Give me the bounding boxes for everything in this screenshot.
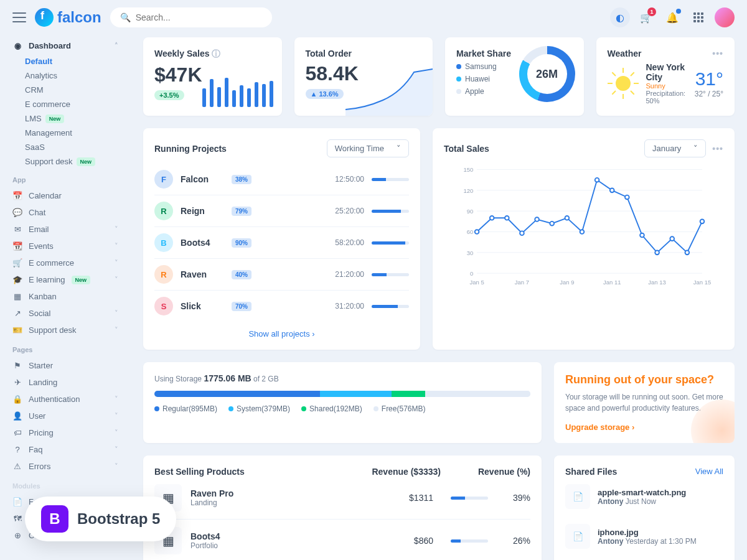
weather-menu-icon[interactable]: ••• [712, 49, 723, 58]
sidebar-item-calendar[interactable]: 📅Calendar [7, 187, 123, 204]
svg-text:60: 60 [467, 228, 474, 235]
upgrade-storage-link[interactable]: Upgrade storage › [565, 422, 723, 432]
chevron-down-icon: ˅ [115, 462, 118, 470]
svg-point-26 [595, 178, 599, 182]
apps-icon[interactable] [688, 7, 708, 27]
kpi-total-order: Total Order 58.4K ▲ 13.6% [294, 37, 433, 116]
sidebar-item-analytics[interactable]: Analytics [7, 68, 123, 83]
sidebar-item-lms[interactable]: LMSNew [7, 111, 123, 126]
sidebar-item-management[interactable]: Management [7, 126, 123, 140]
chevron-down-icon: ˅ [115, 309, 118, 317]
sidebar-item-support-desk[interactable]: Support deskNew [7, 154, 123, 169]
chevron-down-icon: ˅ [115, 259, 118, 267]
brand-logo[interactable]: falcon [35, 8, 101, 27]
sidebar-item-landing[interactable]: ✈Landing [7, 374, 123, 391]
brand-text: falcon [57, 9, 101, 26]
weather-temp: 31° [695, 68, 723, 90]
svg-point-21 [520, 231, 524, 235]
svg-text:30: 30 [467, 250, 474, 256]
svg-point-27 [610, 189, 614, 193]
chevron-up-icon: ˄ [115, 42, 118, 50]
nav-dashboard[interactable]: ◉ Dashboard ˄ [7, 37, 123, 54]
theme-toggle-icon[interactable]: ◐ [610, 7, 630, 27]
project-row[interactable]: S Slick 70% 31:20:00 [154, 291, 409, 322]
svg-text:150: 150 [463, 166, 473, 173]
svg-point-19 [490, 216, 494, 220]
sidebar-item-errors[interactable]: ⚠Errors˅ [7, 458, 123, 475]
svg-text:120: 120 [463, 187, 473, 194]
weather-city: New York City [646, 62, 687, 82]
sidebar-item-support-desk[interactable]: 🎫Support desk˅ [7, 322, 123, 338]
sidebar-item-social[interactable]: ↗Social˅ [7, 305, 123, 322]
sidebar-item-email[interactable]: ✉Email˅ [7, 221, 123, 238]
sidebar-item-starter[interactable]: ⚑Starter [7, 357, 123, 374]
file-icon: 📄 [565, 524, 590, 549]
sidebar-item-kanban[interactable]: ▦Kanban [7, 288, 123, 305]
sidebar-item-crm[interactable]: CRM [7, 83, 123, 97]
svg-text:90: 90 [467, 208, 474, 215]
svg-point-18 [475, 230, 479, 234]
sidebar-item-e-commerce[interactable]: E commerce [7, 97, 123, 111]
hamburger-icon[interactable] [12, 12, 26, 22]
file-row[interactable]: 📄 apple-smart-watch.pngAntony Just Now [565, 477, 723, 516]
chevron-down-icon: ˅ [115, 225, 118, 233]
project-row[interactable]: B Boots4 90% 58:20:00 [154, 227, 409, 259]
svg-point-24 [565, 216, 570, 220]
bootstrap-badge[interactable]: B Bootstrap 5 [25, 497, 176, 541]
sidebar-item-saas[interactable]: SaaS [7, 140, 123, 154]
search-icon: 🔍 [120, 12, 131, 22]
kpi-market-share: Market Share SamsungHuaweiApple 26M [445, 37, 584, 116]
cart-icon[interactable]: 🛒1 [636, 7, 656, 27]
view-all-link[interactable]: View All [695, 467, 723, 477]
sidebar: ◉ Dashboard ˄ DefaultAnalyticsCRME comme… [0, 35, 131, 560]
section-app: App [7, 169, 123, 187]
content: Weekly Sales ⓘ $47K +3.5% Total Order 58… [131, 35, 747, 560]
product-row[interactable]: ▦ Boots4Portfolio $860 26% [154, 520, 530, 560]
file-row[interactable]: 📄 iphone.jpgAntony Yesterday at 1:30 PM [565, 516, 723, 556]
svg-text:0: 0 [470, 270, 473, 277]
project-row[interactable]: R Raven 40% 21:20:00 [154, 259, 409, 291]
sidebar-item-faq[interactable]: ?Faq˅ [7, 441, 123, 458]
section-modules: Modules [7, 475, 123, 493]
project-row[interactable]: R Reign 79% 25:20:00 [154, 195, 409, 227]
chevron-down-icon: ˅ [397, 144, 401, 153]
search-box[interactable]: 🔍 [110, 7, 272, 27]
svg-point-32 [685, 251, 690, 255]
product-row[interactable]: ▦ Raven ProLanding $1311 39% [154, 477, 530, 520]
bell-icon[interactable]: 🔔 [662, 7, 682, 27]
sidebar-item-e-commerce[interactable]: 🛒E commerce˅ [7, 254, 123, 271]
best-selling-card: Best Selling Products Revenue ($3333) Re… [143, 455, 542, 560]
cart-badge: 1 [647, 7, 656, 16]
sidebar-item-user[interactable]: 👤User˅ [7, 408, 123, 424]
sidebar-item-pricing[interactable]: 🏷Pricing˅ [7, 424, 123, 441]
weather-precip: Precipitation: 50% [646, 90, 687, 105]
sidebar-item-default[interactable]: Default [7, 54, 123, 68]
chevron-down-icon: ˅ [115, 326, 118, 334]
storage-card: Using Storage 1775.06 MB of 2 GB Regular… [143, 362, 542, 443]
file-row[interactable]: 📄 Falcon v1.8.2Jane 27 Sep at 10:30 AM [565, 556, 723, 560]
avatar[interactable] [715, 7, 735, 27]
svg-text:Jan 13: Jan 13 [648, 279, 666, 286]
svg-point-33 [700, 220, 705, 224]
sidebar-item-chat[interactable]: 💬Chat [7, 204, 123, 221]
sidebar-item-authentication[interactable]: 🔒Authentication˅ [7, 391, 123, 408]
svg-text:Jan 5: Jan 5 [469, 279, 484, 286]
sidebar-item-events[interactable]: 📆Events˅ [7, 238, 123, 254]
sales-menu-icon[interactable]: ••• [712, 144, 723, 154]
chevron-down-icon: ˅ [115, 395, 118, 403]
working-time-select[interactable]: Working Time˅ [327, 139, 409, 157]
weekly-sales-bars-chart [202, 76, 273, 107]
show-all-projects-link[interactable]: Show all projects › [154, 329, 409, 338]
search-input[interactable] [136, 12, 262, 22]
sidebar-item-e-learning[interactable]: 🎓E learningNew˅ [7, 271, 123, 288]
info-icon[interactable]: ⓘ [212, 49, 220, 58]
month-select[interactable]: January˅ [644, 139, 706, 157]
svg-text:Jan 15: Jan 15 [693, 279, 712, 286]
svg-point-31 [670, 236, 674, 241]
weather-cond: Sunny [646, 82, 687, 90]
order-sparkline-chart [345, 66, 433, 116]
donut-chart: 26M [519, 46, 575, 102]
total-sales-card: Total Sales January˅ ••• 0306090120150Ja… [433, 128, 735, 350]
project-row[interactable]: F Falcon 38% 12:50:00 [154, 164, 409, 195]
svg-point-20 [505, 216, 509, 220]
